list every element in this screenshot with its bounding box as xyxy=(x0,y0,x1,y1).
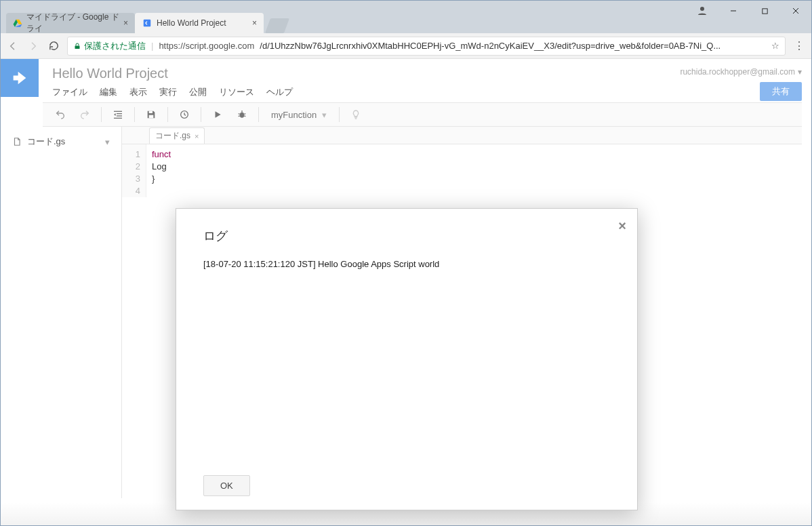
reload-button[interactable] xyxy=(47,39,60,53)
lock-icon: 保護された通信 xyxy=(73,40,146,52)
log-line: [18-07-20 11:15:21:120 JST] Hello Google… xyxy=(203,259,610,269)
close-icon[interactable]: × xyxy=(123,18,128,28)
close-window-button[interactable] xyxy=(780,1,811,21)
browser-tab-drive[interactable]: マイドライブ - Google ドライ × xyxy=(6,13,135,33)
chrome-window: マイドライブ - Google ドライ × Hello World Projec… xyxy=(0,0,812,526)
svg-rect-9 xyxy=(75,45,80,49)
browser-tab-label: Hello World Project xyxy=(157,18,226,28)
modal-overlay: × ログ [18-07-20 11:15:21:120 JST] Hello G… xyxy=(1,59,811,525)
window-controls xyxy=(687,1,811,21)
url-host: https://script.google.com xyxy=(159,41,254,51)
drive-icon xyxy=(13,18,22,28)
apps-script-icon xyxy=(142,18,153,28)
chrome-menu-button[interactable]: ⋮ xyxy=(792,39,806,52)
browser-tab-script[interactable]: Hello World Project × xyxy=(135,13,264,33)
dialog-body: [18-07-20 11:15:21:120 JST] Hello Google… xyxy=(203,259,610,475)
omnibox[interactable]: 保護された通信 | https://script.google.com/d/1U… xyxy=(67,37,786,56)
dialog-title: ログ xyxy=(203,228,610,244)
user-account-icon[interactable] xyxy=(687,1,718,21)
log-dialog: × ログ [18-07-20 11:15:21:120 JST] Hello G… xyxy=(176,208,638,510)
maximize-button[interactable] xyxy=(749,1,780,21)
forward-button[interactable] xyxy=(26,39,40,53)
bookmark-star-icon[interactable]: ☆ xyxy=(771,41,779,51)
svg-point-4 xyxy=(700,7,704,11)
back-button[interactable] xyxy=(6,39,20,53)
svg-rect-3 xyxy=(144,20,151,27)
browser-tabs: マイドライブ - Google ドライ × Hello World Projec… xyxy=(6,12,287,33)
close-icon[interactable]: × xyxy=(252,18,257,28)
url-path: /d/1UhzzNbw76JgLrcnrxhiv0XMtabHHC0EPHj-v… xyxy=(260,41,720,51)
dialog-close-button[interactable]: × xyxy=(618,218,626,234)
minimize-button[interactable] xyxy=(718,1,749,21)
apps-script-editor: Hello World Project ruchida.rockhopper@g… xyxy=(1,59,811,525)
secure-label: 保護された通信 xyxy=(84,40,146,52)
new-tab-button[interactable] xyxy=(265,18,289,33)
browser-tab-label: マイドライブ - Google ドライ xyxy=(26,12,119,35)
titlebar: マイドライブ - Google ドライ × Hello World Projec… xyxy=(1,1,811,33)
ok-button[interactable]: OK xyxy=(203,475,250,496)
address-bar: 保護された通信 | https://script.google.com/d/1U… xyxy=(1,33,811,59)
svg-rect-6 xyxy=(762,8,767,13)
